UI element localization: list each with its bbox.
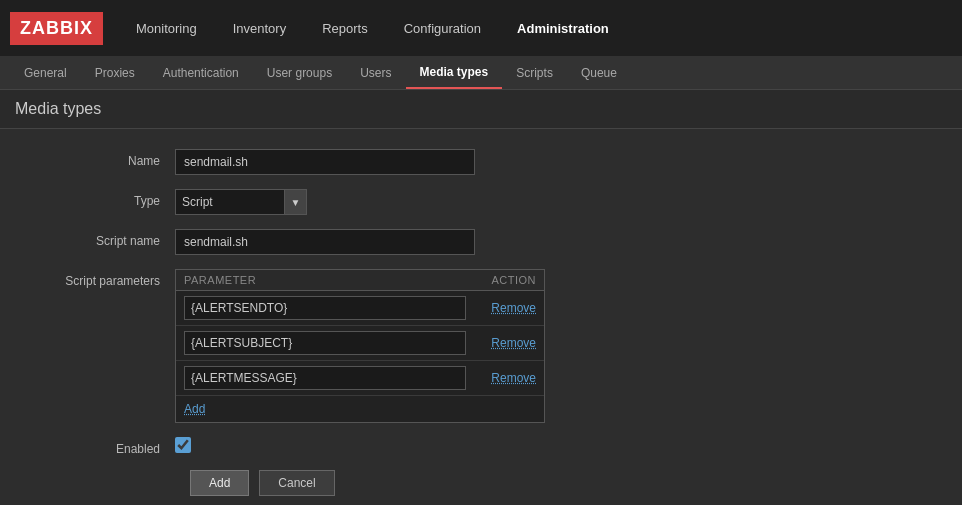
type-select[interactable]: Script Email SMS Jabber Ez Texting (175, 189, 285, 215)
remove-link-1[interactable]: Remove (466, 301, 536, 315)
nav-inventory[interactable]: Inventory (215, 0, 304, 56)
enabled-label: Enabled (15, 437, 175, 456)
script-params-container: PARAMETER ACTION Remove Remove (175, 269, 545, 423)
param-row-3: Remove (176, 361, 544, 396)
add-button[interactable]: Add (190, 470, 249, 496)
name-input[interactable] (175, 149, 475, 175)
param-header: PARAMETER (184, 274, 466, 286)
cancel-button[interactable]: Cancel (259, 470, 334, 496)
name-row: Name (15, 149, 715, 175)
nav-configuration[interactable]: Configuration (386, 0, 499, 56)
type-select-wrap: Script Email SMS Jabber Ez Texting ▼ (175, 189, 307, 215)
button-row: Add Cancel (15, 470, 715, 496)
add-param-link[interactable]: Add (176, 396, 213, 422)
subnav-users[interactable]: Users (346, 56, 405, 89)
type-label: Type (15, 189, 175, 208)
type-row: Type Script Email SMS Jabber Ez Texting … (15, 189, 715, 215)
main-content: Name Type Script Email SMS Jabber Ez Tex… (0, 129, 962, 505)
top-navigation: ZABBIX Monitoring Inventory Reports Conf… (0, 0, 962, 56)
script-name-input[interactable] (175, 229, 475, 255)
param-input-1[interactable] (184, 296, 466, 320)
nav-reports[interactable]: Reports (304, 0, 386, 56)
subnav-authentication[interactable]: Authentication (149, 56, 253, 89)
subnav-scripts[interactable]: Scripts (502, 56, 567, 89)
remove-link-2[interactable]: Remove (466, 336, 536, 350)
script-params-table: PARAMETER ACTION Remove Remove (175, 269, 545, 423)
param-row-1: Remove (176, 291, 544, 326)
add-param-wrap: Add (176, 396, 544, 422)
page-title: Media types (0, 90, 962, 129)
name-label: Name (15, 149, 175, 168)
param-row-2: Remove (176, 326, 544, 361)
subnav-user-groups[interactable]: User groups (253, 56, 346, 89)
subnav-general[interactable]: General (10, 56, 81, 89)
sub-navigation: General Proxies Authentication User grou… (0, 56, 962, 90)
subnav-queue[interactable]: Queue (567, 56, 631, 89)
subnav-proxies[interactable]: Proxies (81, 56, 149, 89)
type-select-arrow[interactable]: ▼ (285, 189, 307, 215)
action-header: ACTION (466, 274, 536, 286)
param-input-3[interactable] (184, 366, 466, 390)
script-params-header: PARAMETER ACTION (176, 270, 544, 291)
script-params-row: Script parameters PARAMETER ACTION Remov… (15, 269, 715, 423)
subnav-media-types[interactable]: Media types (406, 56, 503, 89)
form-container: Name Type Script Email SMS Jabber Ez Tex… (15, 149, 715, 496)
enabled-checkbox[interactable] (175, 437, 191, 453)
nav-monitoring[interactable]: Monitoring (118, 0, 215, 56)
top-nav-items: Monitoring Inventory Reports Configurati… (118, 0, 627, 56)
param-input-2[interactable] (184, 331, 466, 355)
nav-administration[interactable]: Administration (499, 0, 627, 56)
remove-link-3[interactable]: Remove (466, 371, 536, 385)
logo: ZABBIX (10, 12, 103, 45)
enabled-row: Enabled (15, 437, 715, 456)
script-name-label: Script name (15, 229, 175, 248)
script-name-row: Script name (15, 229, 715, 255)
script-params-label: Script parameters (15, 269, 175, 288)
